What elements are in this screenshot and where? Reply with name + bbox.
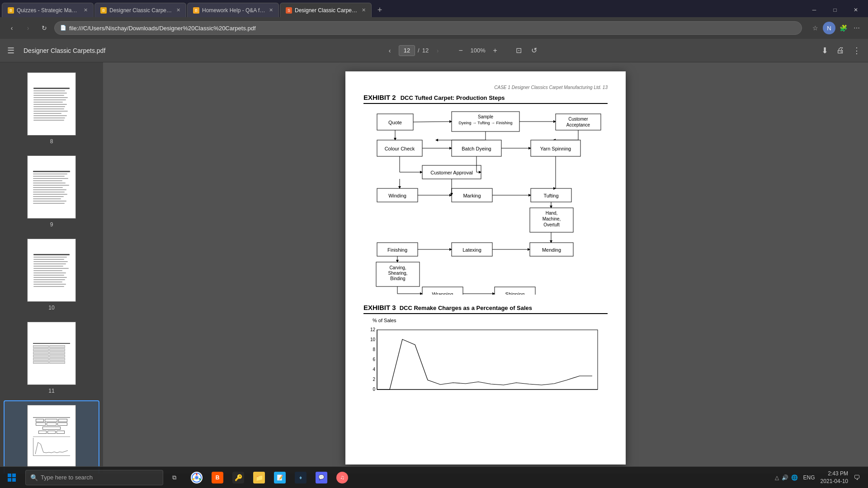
taskbar-brave-app[interactable]: B [208,468,227,488]
close-button[interactable]: ✕ [845,3,866,17]
content-area: 8 [0,62,868,474]
exhibit2-divider [363,103,608,104]
zoom-in-button[interactable]: + [490,46,500,56]
svg-text:Shipping: Shipping [505,291,525,295]
tab-1-label: Quizzes - Strategic Manageme... [17,7,80,14]
print-button[interactable]: 🖨 [836,46,844,55]
svg-text:Binding: Binding [390,276,405,281]
svg-rect-88 [12,478,16,482]
taskbar-steam-app[interactable]: ♦ [291,468,311,488]
tab-4-label: Designer Classic Carpets.pdf [295,7,358,14]
exhibit3-title-row: EXHIBIT 3 DCC Remake Charges as a Percen… [363,304,608,311]
fit-page-button[interactable]: ⊡ [512,44,525,57]
taskbar-notes-app[interactable]: 📝 [270,468,290,488]
music-icon: ♫ [336,472,348,483]
credential-icon: 🔑 [232,472,244,483]
systray-icons[interactable]: △ 🔊 🌐 [775,474,798,481]
thumbnail-page-11[interactable]: 11 [4,317,99,399]
file-explorer-icon: 📁 [253,472,265,483]
language-indicator[interactable]: ENG [801,474,818,481]
taskbar-search-box[interactable]: 🔍 Type here to search [25,470,163,485]
pdf-title: Designer Classic Carpets.pdf [24,47,105,54]
exhibit2-label: EXHIBIT 2 [363,94,396,101]
taskbar-discord-app[interactable]: 💬 [311,468,331,488]
pdf-toolbar: ☰ Designer Classic Carpets.pdf ‹ / 12 › … [0,39,868,62]
reload-button[interactable]: ↻ [38,22,51,34]
prev-page-button[interactable]: ‹ [383,44,396,57]
address-lock-icon: 📄 [60,25,66,31]
more-options-button[interactable]: ⋮ [853,46,861,56]
brave-icon: B [212,472,223,483]
svg-text:Customer Approval: Customer Approval [430,170,473,175]
taskbar-file-explorer-app[interactable]: 📁 [249,468,269,488]
address-text: file:///C/Users/Nischay/Downloads/Design… [69,25,256,32]
svg-rect-87 [8,478,11,482]
search-placeholder-text: Type here to search [41,474,158,481]
page-separator: / [418,47,420,54]
bookmark-button[interactable]: ☆ [809,22,821,34]
svg-text:Tufting: Tufting [543,193,558,198]
svg-text:Winding: Winding [388,193,406,198]
sidebar-toggle-button[interactable]: ☰ [7,46,14,56]
svg-point-91 [195,476,198,479]
tab-4[interactable]: S Designer Classic Carpets.pdf ✕ [280,3,372,17]
tab-2[interactable]: B Designer Classic Carpets - Stra... ✕ [94,3,186,17]
taskbar-chrome-app[interactable] [187,468,207,488]
page-number-input[interactable] [399,45,415,56]
svg-text:12: 12 [370,327,376,332]
systray-volume-icon: 🔊 [782,474,788,481]
thumbnail-page-12[interactable]: 12 [4,400,99,474]
extensions-button[interactable]: 🧩 [837,22,849,34]
svg-text:Customer: Customer [568,117,588,122]
tab-4-close[interactable]: ✕ [358,7,366,13]
download-button[interactable]: ⬇ [821,46,828,56]
flowchart-svg: Quote Sample Dyeing → Tufting → Finishin… [363,109,608,295]
task-view-button[interactable]: ⧉ [165,467,183,488]
maximize-button[interactable]: □ [825,3,845,17]
thumbnail-page-9[interactable]: 9 [4,151,99,232]
rotate-button[interactable]: ↺ [527,44,541,57]
thumbnail-page-10[interactable]: 10 [4,234,99,315]
next-page-button[interactable]: › [431,44,444,57]
tab-3[interactable]: B Homework Help - Q&A from Ch... ✕ [187,3,279,17]
svg-text:Mending: Mending [542,247,561,253]
svg-text:Finishing: Finishing [387,247,407,253]
svg-text:8: 8 [373,347,375,352]
notification-center-button[interactable]: 🗨 [851,472,863,483]
minimize-button[interactable]: ─ [804,3,825,17]
tab-3-close[interactable]: ✕ [265,7,273,13]
chart-y-label: % of Sales [373,318,608,323]
exhibit3-divider [363,313,608,314]
page-header: CASE 1 Designer Classics Carpet Manufact… [363,85,608,90]
svg-text:Quote: Quote [388,120,402,125]
new-tab-button[interactable]: + [373,3,387,17]
svg-text:Wrapping: Wrapping [432,291,453,295]
tab-2-label: Designer Classic Carpets - Stra... [109,7,173,14]
exhibit3-label: EXHIBIT 3 [363,304,396,311]
settings-button[interactable]: ⋯ [851,22,863,34]
profile-button[interactable]: N [823,22,835,34]
systray-network-icon: 🌐 [791,474,798,481]
taskbar-credential-app[interactable]: 🔑 [228,468,248,488]
tab-2-close[interactable]: ✕ [173,7,180,13]
back-button[interactable]: ‹ [5,22,18,34]
time-text: 2:43 PM [821,470,848,478]
clock-display[interactable]: 2:43 PM 2021-04-10 [821,470,848,485]
svg-text:0: 0 [373,387,375,392]
address-input[interactable]: 📄 file:///C/Users/Nischay/Downloads/Desi… [54,21,802,35]
svg-text:Dyeing → Tufting → Finishing: Dyeing → Tufting → Finishing [458,121,512,125]
windows-logo-icon [7,473,16,482]
thumbnail-page-8[interactable]: 8 [4,68,99,149]
tab-1-close[interactable]: ✕ [80,7,88,13]
forward-button[interactable]: › [22,22,34,34]
svg-text:Shearing,: Shearing, [388,271,408,276]
svg-text:Machine,: Machine, [542,216,561,221]
svg-text:Latexing: Latexing [462,247,481,253]
tab-1[interactable]: B Quizzes - Strategic Manageme... ✕ [2,3,94,17]
thumbnail-number-9: 9 [50,221,53,228]
start-button[interactable] [0,467,24,488]
svg-text:Sample: Sample [478,114,493,119]
zoom-out-button[interactable]: − [456,46,466,56]
taskbar-music-app[interactable]: ♫ [332,468,352,488]
pdf-page: CASE 1 Designer Classics Carpet Manufact… [345,71,626,465]
